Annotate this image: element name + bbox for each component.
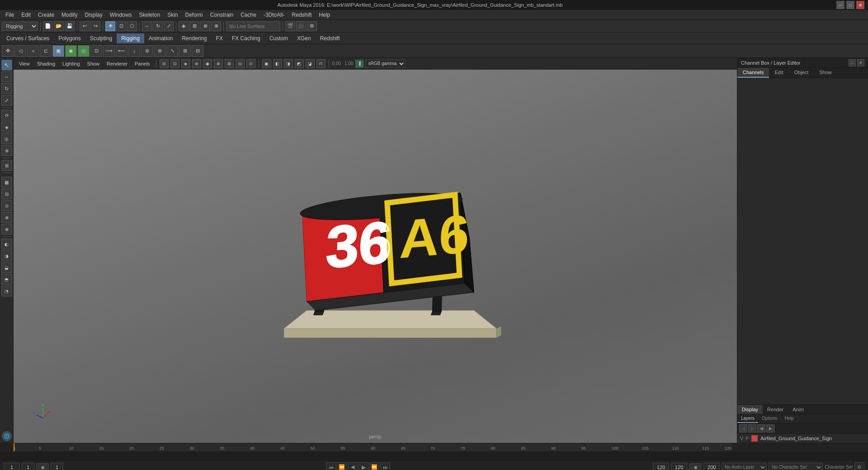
- end-range-input[interactable]: [653, 463, 669, 470]
- menu-file[interactable]: File: [2, 11, 18, 19]
- menu2-curves[interactable]: Curves / Surfaces: [2, 33, 54, 43]
- start-frame-input[interactable]: [22, 463, 34, 470]
- redo-btn[interactable]: ↪: [90, 21, 100, 31]
- menu2-rendering[interactable]: Rendering: [177, 33, 211, 43]
- lt-tool8[interactable]: ⊕: [1, 145, 12, 156]
- menu-constrain[interactable]: Constrain: [207, 11, 237, 19]
- render-settings-btn[interactable]: ⚙: [307, 21, 317, 31]
- transport-prev-frame[interactable]: ◀: [348, 462, 358, 470]
- transport-prev-key[interactable]: ⏪: [337, 462, 347, 470]
- vp-icon5[interactable]: ◉: [203, 59, 212, 68]
- viewport-3d[interactable]: 36 A6 36: [14, 70, 737, 443]
- layer-end-btn[interactable]: ▶: [766, 424, 774, 432]
- anim-layer-dropdown[interactable]: No Anim Layer: [722, 463, 767, 470]
- menu-skin[interactable]: Skin: [164, 11, 181, 19]
- rp-dtab-render[interactable]: Render: [763, 405, 788, 414]
- soft-sel-btn[interactable]: ◈: [179, 21, 189, 31]
- vp-icon9[interactable]: ⊙: [246, 59, 255, 68]
- transport-next-frame[interactable]: ⏩: [369, 462, 379, 470]
- open-file-btn[interactable]: 📂: [54, 21, 64, 31]
- lt-tool7[interactable]: ◎: [1, 133, 12, 144]
- lt-render2[interactable]: ◑: [1, 250, 12, 261]
- rp-dtab-display[interactable]: Display: [737, 405, 763, 414]
- menu2-fx[interactable]: FX: [212, 33, 227, 43]
- live-surface-btn[interactable]: No Live Surface: [226, 21, 280, 31]
- lt-snap-edge[interactable]: ⊟: [1, 188, 12, 199]
- layer-add-btn[interactable]: ◁: [739, 424, 747, 432]
- lt-bottom1[interactable]: 🌐: [2, 431, 12, 441]
- rig-tool4[interactable]: ⊏: [40, 45, 52, 57]
- rig-tool16[interactable]: ⊟: [192, 45, 203, 57]
- menu2-xgen[interactable]: XGen: [292, 33, 316, 43]
- lt-render1[interactable]: ◐: [1, 239, 12, 249]
- snap-pt-btn[interactable]: ⊕: [211, 21, 221, 31]
- vp-icon11[interactable]: ◧: [273, 59, 282, 68]
- minimize-button[interactable]: ─: [836, 1, 844, 9]
- move-tool-left[interactable]: ↔: [1, 71, 12, 82]
- rotate-tool-left[interactable]: ↻: [1, 83, 12, 94]
- vp-menu-shading[interactable]: Shading: [34, 60, 58, 67]
- menu2-animation[interactable]: Animation: [144, 33, 177, 43]
- gamma-dropdown[interactable]: sRGB gamma: [365, 60, 406, 68]
- vp-icon6[interactable]: ⊗: [214, 59, 223, 68]
- vp-menu-panels[interactable]: Panels: [132, 60, 153, 67]
- vp-icon14[interactable]: ◪: [306, 59, 315, 68]
- rp-tab-object[interactable]: Object: [788, 68, 814, 78]
- vp-menu-lighting[interactable]: Lighting: [60, 60, 83, 67]
- scale-tool-left[interactable]: ⤢: [1, 95, 12, 106]
- vp-icon10[interactable]: ▣: [262, 59, 271, 68]
- rp-subtab-help[interactable]: Help: [781, 414, 797, 423]
- prefs-btn[interactable]: ⚙: [854, 462, 864, 470]
- timeline-ruler[interactable]: 1 5 10 15 20 25 30 35 40 45 50 55 60 65 …: [14, 443, 732, 452]
- menu-display[interactable]: Display: [81, 11, 106, 19]
- layer-p-btn[interactable]: P: [746, 436, 749, 441]
- rig-tool9[interactable]: ⟶: [103, 45, 115, 57]
- lt-render5[interactable]: ◔: [1, 286, 12, 296]
- lt-snap-grid[interactable]: ▦: [1, 177, 12, 188]
- rp-float-btn[interactable]: □: [849, 59, 856, 66]
- rotate-tool-btn[interactable]: ↻: [153, 21, 163, 31]
- rig-tool13[interactable]: ⊛: [154, 45, 165, 57]
- ipr-btn[interactable]: 🎥: [296, 21, 306, 31]
- rig-tool1[interactable]: ✜: [2, 45, 14, 57]
- vp-menu-renderer[interactable]: Renderer: [104, 60, 130, 67]
- menu2-polygons[interactable]: Polygons: [54, 33, 85, 43]
- undo-btn[interactable]: ↩: [80, 21, 90, 31]
- gamma-picker-btn[interactable]: ▐: [355, 60, 363, 68]
- menu-help[interactable]: Help: [316, 11, 334, 19]
- menu-skeleton[interactable]: Skeleton: [135, 11, 164, 19]
- scale-tool-btn[interactable]: ⤢: [164, 21, 174, 31]
- lt-snap-joint[interactable]: ⊕: [1, 224, 12, 235]
- anim-end-input[interactable]: [703, 463, 720, 470]
- menu2-sculpting[interactable]: Sculpting: [85, 33, 117, 43]
- window-controls[interactable]: ─ □ ✕: [836, 1, 864, 9]
- vp-icon1[interactable]: ⊟: [160, 59, 169, 68]
- menu-windows[interactable]: Windows: [106, 11, 136, 19]
- close-button[interactable]: ✕: [856, 1, 864, 9]
- lt-tool6[interactable]: ◈: [1, 122, 12, 132]
- transport-go-end[interactable]: ⏭: [380, 462, 390, 470]
- lt-snap-pt[interactable]: ⊙: [1, 200, 12, 211]
- rp-tab-show[interactable]: Show: [814, 68, 837, 78]
- vp-icon2[interactable]: ⊡: [170, 59, 179, 68]
- menu2-custom[interactable]: Custom: [265, 33, 292, 43]
- mode-dropdown[interactable]: Rigging: [2, 22, 38, 31]
- vp-icon8[interactable]: ◎: [236, 59, 245, 68]
- rig-tool5[interactable]: ▣: [52, 45, 64, 57]
- vp-icon3[interactable]: ◈: [181, 59, 190, 68]
- select-tool-btn[interactable]: ✚: [105, 21, 115, 31]
- menu-cache[interactable]: Cache: [237, 11, 260, 19]
- rp-tab-channels[interactable]: Channels: [737, 68, 769, 78]
- menu-deform[interactable]: Deform: [182, 11, 207, 19]
- layer-back-btn[interactable]: ▷: [748, 424, 756, 432]
- rig-tool6[interactable]: ◉: [65, 45, 77, 57]
- lt-tool9[interactable]: ⊞: [1, 160, 12, 171]
- vp-menu-view[interactable]: View: [16, 60, 33, 67]
- menu2-fxcaching[interactable]: FX Caching: [227, 33, 265, 43]
- save-file-btn[interactable]: 💾: [65, 21, 75, 31]
- snap-grid-btn[interactable]: ⊞: [189, 21, 199, 31]
- rig-tool11[interactable]: ↕: [128, 45, 140, 57]
- range-start-input[interactable]: [51, 463, 63, 470]
- menu2-rigging[interactable]: Rigging: [117, 33, 144, 43]
- layer-item[interactable]: V P Airfiled_Ground_Guidance_Sign: [737, 434, 868, 443]
